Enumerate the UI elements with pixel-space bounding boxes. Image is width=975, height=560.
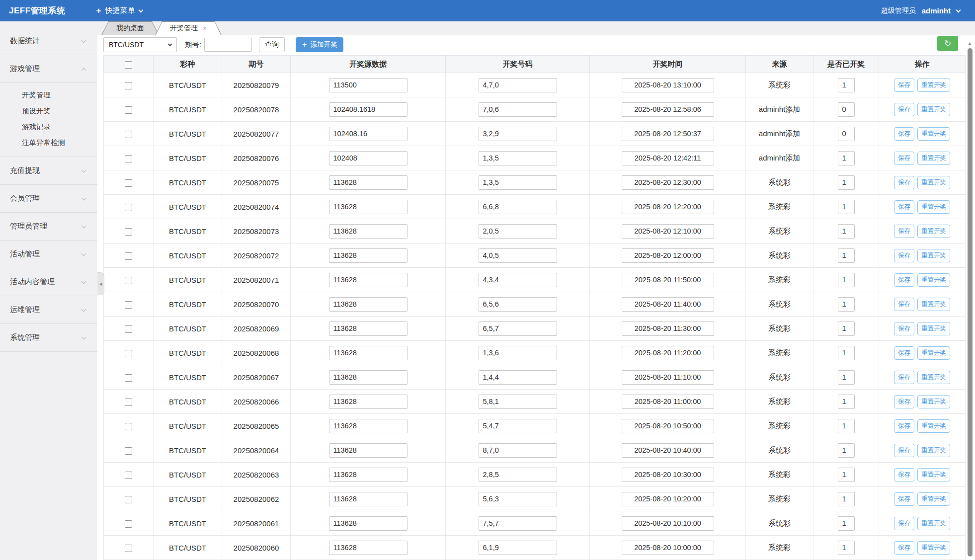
row-checkbox[interactable] bbox=[125, 545, 132, 552]
save-button[interactable]: 保存 bbox=[894, 419, 914, 433]
save-button[interactable]: 保存 bbox=[894, 79, 914, 92]
row-checkbox[interactable] bbox=[125, 520, 132, 528]
drawn-flag-input[interactable] bbox=[838, 273, 855, 287]
source-data-input[interactable] bbox=[329, 492, 407, 506]
reset-draw-button[interactable]: 重置开奖 bbox=[917, 298, 950, 311]
reset-draw-button[interactable]: 重置开奖 bbox=[917, 492, 950, 506]
source-data-input[interactable] bbox=[329, 248, 407, 263]
sidebar-group[interactable]: 充值提现 bbox=[0, 157, 97, 185]
draw-time-input[interactable] bbox=[622, 224, 714, 239]
drawn-flag-input[interactable] bbox=[838, 127, 855, 141]
draw-time-input[interactable] bbox=[622, 102, 714, 117]
draw-numbers-input[interactable] bbox=[479, 297, 557, 312]
draw-numbers-input[interactable] bbox=[479, 200, 557, 214]
draw-numbers-input[interactable] bbox=[479, 151, 557, 165]
sidebar-item[interactable]: 预设开奖 bbox=[0, 103, 97, 119]
draw-time-input[interactable] bbox=[622, 175, 714, 190]
reset-draw-button[interactable]: 重置开奖 bbox=[917, 468, 950, 481]
source-data-input[interactable] bbox=[329, 321, 407, 336]
drawn-flag-input[interactable] bbox=[838, 443, 855, 458]
source-data-input[interactable] bbox=[329, 395, 407, 409]
save-button[interactable]: 保存 bbox=[894, 152, 914, 165]
scrollbar-up-arrow[interactable]: ▲ bbox=[968, 41, 972, 46]
save-button[interactable]: 保存 bbox=[894, 346, 914, 360]
row-checkbox[interactable] bbox=[125, 399, 132, 406]
row-checkbox[interactable] bbox=[125, 350, 132, 357]
source-data-input[interactable] bbox=[329, 224, 407, 239]
select-all-checkbox[interactable] bbox=[125, 61, 132, 69]
draw-numbers-input[interactable] bbox=[479, 395, 557, 409]
row-checkbox[interactable] bbox=[125, 325, 132, 333]
reset-draw-button[interactable]: 重置开奖 bbox=[917, 419, 950, 433]
row-checkbox[interactable] bbox=[125, 423, 132, 430]
save-button[interactable]: 保存 bbox=[894, 541, 914, 555]
reset-draw-button[interactable]: 重置开奖 bbox=[917, 249, 950, 262]
row-checkbox[interactable] bbox=[125, 179, 132, 187]
save-button[interactable]: 保存 bbox=[894, 103, 914, 116]
row-checkbox[interactable] bbox=[125, 301, 132, 309]
drawn-flag-input[interactable] bbox=[838, 78, 855, 92]
quick-menu-button[interactable]: + 快捷菜单 bbox=[96, 6, 143, 16]
draw-numbers-input[interactable] bbox=[479, 78, 557, 92]
source-data-input[interactable] bbox=[329, 419, 407, 433]
draw-time-input[interactable] bbox=[622, 127, 714, 141]
draw-time-input[interactable] bbox=[622, 151, 714, 165]
save-button[interactable]: 保存 bbox=[894, 298, 914, 311]
draw-numbers-input[interactable] bbox=[479, 321, 557, 336]
save-button[interactable]: 保存 bbox=[894, 200, 914, 214]
source-data-input[interactable] bbox=[329, 541, 407, 555]
save-button[interactable]: 保存 bbox=[894, 444, 914, 457]
source-data-input[interactable] bbox=[329, 443, 407, 458]
sidebar-group[interactable]: 管理员管理 bbox=[0, 213, 97, 240]
drawn-flag-input[interactable] bbox=[838, 370, 855, 385]
drawn-flag-input[interactable] bbox=[838, 516, 855, 531]
reset-draw-button[interactable]: 重置开奖 bbox=[917, 395, 950, 408]
save-button[interactable]: 保存 bbox=[894, 273, 914, 287]
lottery-type-select[interactable]: BTC/USDT bbox=[103, 37, 177, 52]
row-checkbox[interactable] bbox=[125, 472, 132, 479]
drawn-flag-input[interactable] bbox=[838, 102, 855, 117]
drawn-flag-input[interactable] bbox=[838, 346, 855, 360]
source-data-input[interactable] bbox=[329, 370, 407, 385]
row-checkbox[interactable] bbox=[125, 228, 132, 236]
reset-draw-button[interactable]: 重置开奖 bbox=[917, 79, 950, 92]
drawn-flag-input[interactable] bbox=[838, 492, 855, 506]
draw-numbers-input[interactable] bbox=[479, 370, 557, 385]
reset-draw-button[interactable]: 重置开奖 bbox=[917, 273, 950, 287]
reset-draw-button[interactable]: 重置开奖 bbox=[917, 322, 950, 335]
vertical-scrollbar-thumb[interactable] bbox=[968, 48, 973, 557]
drawn-flag-input[interactable] bbox=[838, 468, 855, 482]
sidebar-group[interactable]: 会员管理 bbox=[0, 185, 97, 213]
drawn-flag-input[interactable] bbox=[838, 151, 855, 165]
sidebar-group[interactable]: 活动管理 bbox=[0, 240, 97, 268]
row-checkbox[interactable] bbox=[125, 252, 132, 260]
drawn-flag-input[interactable] bbox=[838, 224, 855, 239]
drawn-flag-input[interactable] bbox=[838, 395, 855, 409]
draw-numbers-input[interactable] bbox=[479, 224, 557, 239]
source-data-input[interactable] bbox=[329, 516, 407, 531]
save-button[interactable]: 保存 bbox=[894, 249, 914, 262]
sidebar-item[interactable]: 游戏记录 bbox=[0, 119, 97, 135]
source-data-input[interactable] bbox=[329, 468, 407, 482]
sidebar-group[interactable]: 活动内容管理 bbox=[0, 268, 97, 296]
draw-numbers-input[interactable] bbox=[479, 468, 557, 482]
draw-time-input[interactable] bbox=[622, 346, 714, 360]
user-menu[interactable]: 超级管理员 adminht bbox=[881, 6, 960, 15]
sidebar-group[interactable]: 系统管理 bbox=[0, 324, 97, 352]
sidebar-item[interactable]: 开奖管理 bbox=[0, 87, 97, 103]
draw-time-input[interactable] bbox=[622, 297, 714, 312]
reset-draw-button[interactable]: 重置开奖 bbox=[917, 127, 950, 141]
draw-numbers-input[interactable] bbox=[479, 102, 557, 117]
row-checkbox[interactable] bbox=[125, 496, 132, 503]
source-data-input[interactable] bbox=[329, 175, 407, 190]
drawn-flag-input[interactable] bbox=[838, 297, 855, 312]
refresh-button[interactable]: ↻ bbox=[937, 36, 958, 51]
sidebar-group[interactable]: 运维管理 bbox=[0, 296, 97, 324]
draw-numbers-input[interactable] bbox=[479, 419, 557, 433]
reset-draw-button[interactable]: 重置开奖 bbox=[917, 517, 950, 530]
save-button[interactable]: 保存 bbox=[894, 468, 914, 481]
draw-time-input[interactable] bbox=[622, 200, 714, 214]
save-button[interactable]: 保存 bbox=[894, 492, 914, 506]
reset-draw-button[interactable]: 重置开奖 bbox=[917, 176, 950, 189]
query-button[interactable]: 查询 bbox=[259, 37, 285, 52]
